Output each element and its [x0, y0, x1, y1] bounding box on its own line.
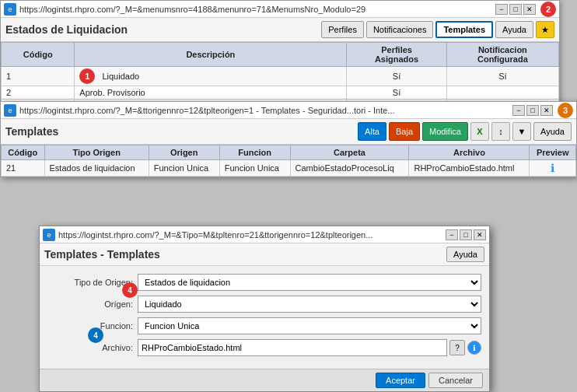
col-archivo: Archivo [409, 145, 530, 160]
titlebar-url-2: https://logintst.rhpro.com/?_M=&ttorigen… [19, 106, 512, 115]
cell-codigo: 1 [2, 67, 75, 86]
cell-desc: Aprob. Provisorio [75, 86, 347, 100]
question-icon-btn[interactable]: ? [449, 340, 465, 355]
cell-notif: Sí [446, 67, 558, 86]
btn-templates[interactable]: Templates [435, 21, 493, 38]
table-row[interactable]: 1 1 Liquidado Sí Sí [2, 67, 559, 86]
window-header-3: Templates - Templates Ayuda [40, 243, 489, 266]
spacer [40, 361, 489, 367]
cell-codigo: 2 [2, 86, 75, 100]
maximize-btn-2[interactable]: □ [526, 105, 539, 116]
cell-notif [446, 86, 558, 100]
col-tipo-origen: Tipo Origen [44, 145, 149, 160]
col-notif: NotificacionConfigurada [446, 43, 558, 67]
titlebar-3: e https://logintst.rhpro.com/?_M=&Tipo=M… [40, 226, 489, 243]
badge-2: 2 [540, 2, 556, 17]
col-origen: Origen [149, 145, 219, 160]
badge-1: 1 [79, 68, 95, 84]
col-preview: Preview [530, 145, 576, 160]
browser-icon: e [4, 3, 16, 16]
table-row[interactable]: 2 Aprob. Provisorio Sí [2, 86, 559, 100]
btn-notificaciones[interactable]: Notificaciones [366, 21, 433, 38]
badge-3: 3 [558, 103, 573, 118]
window-title-2: Templates [5, 125, 58, 138]
table-row-template[interactable]: 21 Estados de liquidacion Funcion Unica … [2, 160, 576, 177]
archivo-input-container: ? ℹ [138, 339, 481, 356]
maximize-btn-3[interactable]: □ [460, 229, 472, 240]
select-origen[interactable]: Liquidado [138, 296, 481, 313]
form-row-archivo: Archivo: ? ℹ 4 [47, 339, 481, 356]
window-header-2: Templates Alta Baja Modifica X ↕ ▼ Ayuda [1, 119, 576, 145]
dialog-footer: Aceptar Cancelar [40, 369, 489, 391]
close-btn-2[interactable]: ✕ [540, 105, 553, 116]
btn-cancelar[interactable]: Cancelar [428, 373, 483, 388]
window-title-3: Templates - Templates [44, 248, 160, 261]
btn-modifica[interactable]: Modifica [422, 122, 468, 141]
table-templates: Código Tipo Origen Origen Funcion Carpet… [1, 145, 576, 177]
info-icon-btn[interactable]: ℹ [467, 341, 481, 355]
select-tipo-origen[interactable]: Estados de liquidacion [138, 274, 481, 291]
window-title-1: Estados de Liquidacion [5, 23, 128, 36]
browser-icon-3: e [43, 229, 55, 241]
cell-desc: 1 Liquidado [75, 67, 347, 86]
table-header-row-2: Código Tipo Origen Origen Funcion Carpet… [2, 145, 576, 160]
cell-codigo-t: 21 [2, 160, 45, 177]
badge-4: 4 [122, 282, 138, 298]
btn-aceptar[interactable]: Aceptar [376, 373, 425, 388]
cell-preview[interactable]: ℹ [530, 160, 576, 177]
cell-carpeta: CambioEstadoProcesoLiq [290, 160, 409, 177]
cell-archivo: RHProCambioEstado.html [409, 160, 530, 177]
btn-ayuda-1[interactable]: Ayuda [495, 21, 533, 38]
window-templates: e https://logintst.rhpro.com/?_M=&ttorig… [0, 101, 577, 177]
btn-ayuda-2[interactable]: Ayuda [533, 122, 572, 141]
info-icon-row[interactable]: ℹ [551, 162, 554, 174]
btn-baja[interactable]: Baja [389, 122, 420, 141]
minimize-btn-1[interactable]: − [495, 4, 508, 15]
sort-icon[interactable]: ↕ [491, 122, 510, 141]
btn-alta[interactable]: Alta [358, 122, 386, 141]
btn-perfiles[interactable]: Perfiles [321, 21, 364, 38]
btn-ayuda-3[interactable]: Ayuda [446, 247, 484, 262]
col-codigo-1: Código [2, 43, 75, 67]
titlebar-1: e https://logintst.rhpro.com/?_M=&menums… [1, 1, 559, 18]
window-controls-1: − □ ✕ [495, 4, 536, 15]
label-archivo: Archivo: [47, 343, 133, 352]
titlebar-2: e https://logintst.rhpro.com/?_M=&ttorig… [1, 102, 576, 119]
close-btn-1[interactable]: ✕ [523, 4, 536, 15]
close-btn-3[interactable]: ✕ [474, 229, 486, 240]
label-tipo-origen: Tipo de Origen: [47, 278, 133, 287]
window-header-1: Estados de Liquidacion Perfiles Notifica… [1, 18, 559, 42]
window-estados-liquidacion: e https://logintst.rhpro.com/?_M=&menums… [0, 0, 560, 114]
col-funcion: Funcion [219, 145, 290, 160]
header-buttons-2: Alta Baja Modifica X ↕ ▼ Ayuda [358, 122, 572, 141]
form-row-origen: Orígen: Liquidado [47, 296, 481, 313]
col-codigo-2: Código [2, 145, 45, 160]
col-carpeta: Carpeta [290, 145, 409, 160]
select-funcion[interactable]: Funcion Unica [138, 317, 481, 334]
form-row-funcion: Funcion: Funcion Unica [47, 317, 481, 334]
window-controls-3: − □ ✕ [446, 229, 486, 240]
header-buttons-1: Perfiles Notificaciones Templates Ayuda … [321, 21, 554, 38]
input-archivo[interactable] [138, 339, 447, 356]
window-templates-dialog: e https://logintst.rhpro.com/?_M=&Tipo=M… [39, 226, 490, 392]
col-descripcion: Descripción [75, 43, 347, 67]
table-header-row: Código Descripción PerfilesAsignados Not… [2, 43, 559, 67]
col-perfiles: PerfilesAsignados [347, 43, 446, 67]
titlebar-url-3: https://logintst.rhpro.com/?_M=&Tipo=M&t… [58, 230, 446, 240]
cell-perfiles: Sí [347, 67, 446, 86]
maximize-btn-1[interactable]: □ [509, 4, 522, 15]
btn-star-1[interactable]: ★ [536, 21, 554, 38]
cell-origen: Funcion Unica [149, 160, 219, 177]
browser-icon-2: e [4, 104, 16, 117]
titlebar-url-1: https://logintst.rhpro.com/?_M=&menumsnr… [19, 5, 495, 14]
cell-funcion: Funcion Unica [219, 160, 290, 177]
cell-perfiles: Sí [347, 86, 446, 100]
excel-icon[interactable]: X [470, 122, 489, 141]
minimize-btn-2[interactable]: − [512, 105, 525, 116]
filter-icon[interactable]: ▼ [512, 122, 531, 141]
label-origen: Orígen: [47, 299, 133, 309]
form-row-tipo-origen: Tipo de Origen: Estados de liquidacion [47, 274, 481, 291]
badge-4-overlay: 4 [88, 327, 103, 343]
minimize-btn-3[interactable]: − [446, 229, 458, 240]
dialog-form: Tipo de Origen: Estados de liquidacion O… [40, 266, 489, 369]
